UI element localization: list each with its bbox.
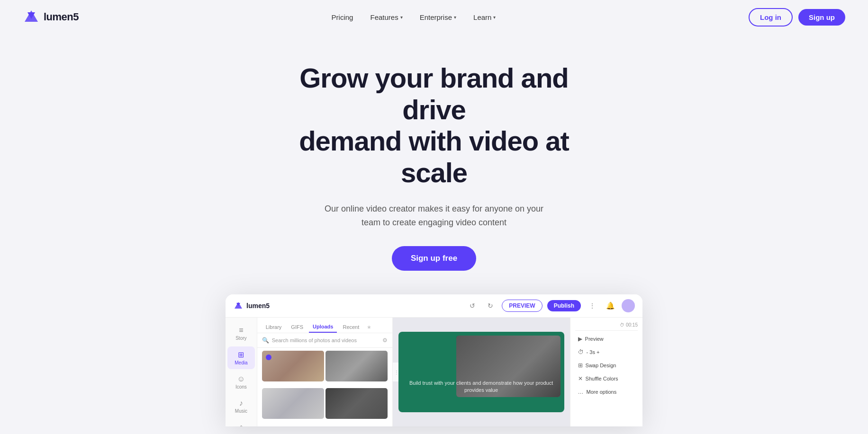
music-icon: ♪	[239, 399, 243, 407]
avatar[interactable]	[622, 299, 635, 312]
signup-free-button[interactable]: Sign up free	[392, 246, 476, 271]
app-topbar: lumen5 ↺ ↻ PREVIEW Publish ⋮ 🔔	[226, 294, 642, 318]
right-panel-swap-design[interactable]: ⊞ Swap Design	[575, 360, 638, 371]
media-thumb-1[interactable]	[262, 351, 324, 381]
search-input[interactable]: Search millions of photos and videos	[272, 337, 380, 343]
swap-design-icon: ⊞	[578, 362, 583, 369]
hero-section: Grow your brand and drive demand with vi…	[0, 34, 868, 271]
selected-dot	[266, 354, 271, 360]
app-canvas: ⋮ Build trust with your clients	[393, 318, 570, 426]
hero-title: Grow your brand and drive demand with vi…	[268, 62, 600, 189]
tab-gifs[interactable]: GIFS	[287, 322, 307, 332]
redo-button[interactable]: ↻	[484, 299, 497, 312]
preview-button[interactable]: PREVIEW	[502, 300, 542, 312]
app-preview-section: lumen5 ↺ ↻ PREVIEW Publish ⋮ 🔔 ≡ Story	[0, 294, 868, 426]
app-window: lumen5 ↺ ↻ PREVIEW Publish ⋮ 🔔 ≡ Story	[226, 294, 642, 426]
nav-enterprise[interactable]: Enterprise ▾	[413, 9, 463, 25]
shuffle-colors-icon: ✕	[578, 375, 583, 382]
tab-star-icon[interactable]: ★	[365, 322, 373, 333]
media-grid	[257, 348, 392, 426]
nav-learn[interactable]: Learn ▾	[467, 9, 502, 25]
slide-caption: Build trust with your clients and demons…	[406, 380, 557, 394]
nav-links: Pricing Features ▾ Enterprise ▾ Learn ▾	[325, 9, 503, 25]
login-button[interactable]: Log in	[749, 8, 793, 27]
right-panel-shuffle-colors[interactable]: ✕ Shuffle Colors	[575, 373, 638, 384]
media-thumb-4[interactable]	[326, 388, 388, 419]
right-panel-more-options[interactable]: … More options	[575, 387, 638, 397]
signup-button[interactable]: Sign up	[798, 9, 845, 26]
story-icon: ≡	[239, 326, 243, 335]
media-panel: Library GIFS Uploads Recent ★ 🔍 Search m…	[257, 318, 393, 426]
sidebar-style[interactable]: ◈ Style	[227, 419, 255, 426]
logo[interactable]: lumen5	[23, 9, 79, 26]
learn-chevron-icon: ▾	[493, 15, 496, 20]
hero-subtitle: Our online video creator makes it easy f…	[320, 202, 548, 230]
style-icon: ◈	[238, 423, 244, 426]
icons-icon: ☺	[237, 375, 245, 383]
logo-text: lumen5	[44, 11, 79, 23]
media-icon: ⊞	[238, 350, 244, 359]
media-thumb-3[interactable]	[262, 388, 324, 419]
filter-icon[interactable]: ⚙	[382, 337, 388, 344]
duration-icon: ⏱	[578, 349, 584, 355]
sidebar-story[interactable]: ≡ Story	[227, 322, 255, 345]
sidebar-media[interactable]: ⊞ Media	[227, 346, 255, 369]
media-search-bar: 🔍 Search millions of photos and videos ⚙	[257, 333, 392, 348]
media-thumb-2[interactable]	[326, 351, 388, 381]
right-panel-preview[interactable]: ▶ Preview	[575, 334, 638, 344]
app-body: ≡ Story ⊞ Media ☺ Icons ♪ Music ◈ Styl	[226, 318, 642, 426]
right-panel-duration[interactable]: ⏱ - 3s +	[575, 347, 638, 357]
tab-uploads[interactable]: Uploads	[309, 321, 337, 333]
nav-features[interactable]: Features ▾	[363, 9, 409, 25]
tab-library[interactable]: Library	[262, 322, 286, 332]
app-logo-text: lumen5	[246, 302, 270, 310]
time-display: ⏱ 00:15	[575, 322, 638, 331]
app-logo: lumen5	[233, 301, 270, 311]
navbar: lumen5 Pricing Features ▾ Enterprise ▾ L…	[0, 0, 868, 34]
features-chevron-icon: ▾	[400, 15, 403, 20]
search-icon: 🔍	[262, 337, 269, 344]
right-panel: ⏱ 00:15 ▶ Preview ⏱ - 3s + ⊞ Swap Design…	[570, 318, 642, 426]
more-options-icon[interactable]: ⋮	[586, 299, 599, 312]
app-topbar-actions: ↺ ↻ PREVIEW Publish ⋮ 🔔	[466, 299, 635, 312]
more-options-dots-icon: …	[578, 389, 584, 395]
media-tabs: Library GIFS Uploads Recent ★	[257, 318, 392, 333]
undo-button[interactable]: ↺	[466, 299, 479, 312]
nav-buttons: Log in Sign up	[749, 8, 845, 27]
app-sidebar: ≡ Story ⊞ Media ☺ Icons ♪ Music ◈ Styl	[226, 318, 257, 426]
nav-pricing[interactable]: Pricing	[325, 9, 360, 25]
bell-icon[interactable]: 🔔	[604, 299, 617, 312]
preview-play-icon: ▶	[578, 336, 582, 342]
sidebar-icons[interactable]: ☺ Icons	[227, 371, 255, 393]
logo-icon	[23, 9, 40, 26]
tab-recent[interactable]: Recent	[339, 322, 363, 332]
sidebar-music[interactable]: ♪ Music	[227, 395, 255, 417]
publish-button[interactable]: Publish	[547, 300, 581, 311]
app-logo-icon	[233, 301, 244, 311]
enterprise-chevron-icon: ▾	[454, 15, 456, 20]
